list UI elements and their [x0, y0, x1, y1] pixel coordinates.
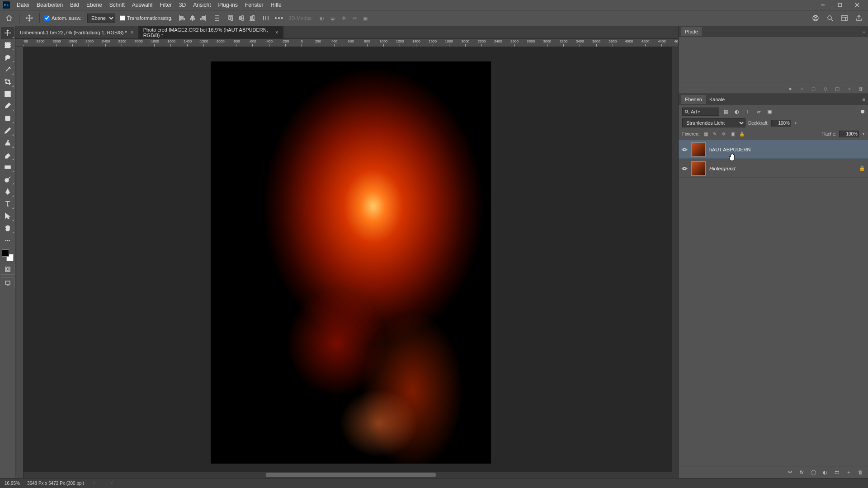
menu-window[interactable]: Fenster	[242, 1, 267, 9]
align-top-button[interactable]	[226, 14, 235, 23]
menu-layer[interactable]: Ebene	[83, 1, 105, 9]
menu-plugins[interactable]: Plug-ins	[215, 1, 241, 9]
tab-paths[interactable]: Pfade	[681, 27, 702, 36]
pen-tool[interactable]	[1, 186, 14, 197]
document-tab-1[interactable]: Unbenannt-1 bei 22,7% (Farbfüllung 1, RG…	[15, 26, 139, 38]
scrollbar-vertical[interactable]	[672, 47, 678, 472]
filter-type-icon[interactable]: T	[744, 108, 752, 116]
menu-file[interactable]: Datei	[14, 1, 33, 9]
link-layers-icon[interactable]: ⚯	[786, 468, 794, 476]
menu-image[interactable]: Bild	[67, 1, 82, 9]
close-icon[interactable]: ×	[275, 29, 278, 36]
layer-filter-kind[interactable]: Art ▾	[682, 108, 719, 116]
close-button[interactable]	[849, 0, 865, 10]
eraser-tool[interactable]	[1, 149, 14, 161]
opacity-input[interactable]	[771, 120, 791, 127]
new-path-icon[interactable]: ＋	[845, 85, 853, 92]
quick-mask-button[interactable]	[1, 264, 14, 275]
share-icon[interactable]	[854, 13, 864, 23]
lock-position-icon[interactable]: ✥	[720, 130, 727, 137]
distribute-h-button[interactable]	[212, 14, 222, 23]
hand-tool[interactable]	[1, 222, 14, 234]
search-icon[interactable]	[825, 13, 835, 23]
menu-view[interactable]: Ansicht	[190, 1, 214, 9]
layer-item-haut-abpudern[interactable]: hAUT ABPUDERN	[679, 140, 868, 159]
transform-controls-input[interactable]	[120, 15, 125, 21]
align-center-v-button[interactable]	[237, 14, 246, 23]
distribute-v-button[interactable]	[261, 14, 270, 23]
add-mask-icon[interactable]: ◯	[809, 468, 817, 476]
clone-stamp-tool[interactable]	[1, 137, 14, 149]
menu-help[interactable]: Hilfe	[268, 1, 285, 9]
layer-thumbnail[interactable]	[691, 142, 706, 157]
layer-name[interactable]: hAUT ABPUDERN	[709, 147, 751, 152]
tab-layers[interactable]: Ebenen	[681, 95, 706, 104]
edit-toolbar-button[interactable]: •••	[1, 235, 14, 246]
dodge-tool[interactable]	[1, 174, 14, 185]
filter-pixel-icon[interactable]: ▦	[722, 108, 730, 116]
cloud-docs-icon[interactable]	[810, 13, 821, 23]
panel-menu-icon[interactable]: ≡	[860, 97, 868, 102]
lock-transparency-icon[interactable]: ▦	[702, 130, 709, 137]
lock-pixels-icon[interactable]: ✎	[711, 130, 718, 137]
frame-tool[interactable]	[1, 88, 14, 100]
workspace-switcher-icon[interactable]	[839, 13, 850, 23]
menu-filter[interactable]: Filter	[156, 1, 175, 9]
ruler-vertical[interactable]	[15, 47, 24, 478]
align-center-h-button[interactable]	[188, 14, 197, 23]
menu-select[interactable]: Auswahl	[129, 1, 156, 9]
zoom-level[interactable]: 16,95%	[5, 481, 20, 486]
magic-wand-tool[interactable]	[1, 64, 14, 75]
auto-select-checkbox[interactable]: Autom. ausw.:	[44, 15, 83, 21]
fill-path-icon[interactable]: ●	[787, 85, 794, 92]
color-swatches[interactable]	[2, 249, 14, 261]
menu-edit[interactable]: Bearbeiten	[33, 1, 66, 9]
menu-type[interactable]: Schrift	[106, 1, 128, 9]
filter-smart-icon[interactable]: ▣	[765, 108, 774, 116]
healing-brush-tool[interactable]	[1, 113, 14, 124]
fill-input[interactable]	[839, 131, 859, 137]
auto-select-target[interactable]: Ebene	[87, 14, 115, 23]
layer-thumbnail[interactable]	[691, 161, 706, 176]
menu-3d[interactable]: 3D	[176, 1, 189, 9]
foreground-color-swatch[interactable]	[2, 249, 9, 257]
layer-name[interactable]: Hintergrund	[709, 166, 735, 171]
home-button[interactable]	[4, 13, 14, 23]
crop-tool[interactable]	[1, 76, 14, 88]
align-left-button[interactable]	[177, 14, 186, 23]
make-workpath-icon[interactable]: ◇	[822, 85, 829, 92]
panel-menu-icon[interactable]: ≡	[860, 29, 868, 34]
add-mask-icon[interactable]: ▢	[834, 85, 841, 92]
filter-adjustment-icon[interactable]: ◐	[733, 108, 741, 116]
load-selection-icon[interactable]: ◌	[810, 85, 817, 92]
align-bottom-button[interactable]	[248, 14, 257, 23]
adjustment-layer-icon[interactable]: ◐	[821, 468, 829, 476]
marquee-tool[interactable]	[1, 39, 14, 51]
chevron-down-icon[interactable]: ▾	[795, 121, 797, 125]
delete-layer-icon[interactable]: 🗑	[856, 468, 864, 476]
brush-tool[interactable]	[1, 125, 14, 136]
align-right-button[interactable]	[199, 14, 208, 23]
transform-controls-checkbox[interactable]: Transformationsstrg.	[120, 15, 172, 21]
statusbar-prev-icon[interactable]: 〈	[107, 480, 115, 487]
gradient-tool[interactable]	[1, 161, 14, 173]
maximize-button[interactable]	[832, 0, 848, 10]
close-icon[interactable]: ×	[131, 29, 134, 36]
filter-shape-icon[interactable]: ▱	[755, 108, 763, 116]
document-tab-2[interactable]: Photo cred IMAGE2.CR2 bei 16,9% (hAUT AB…	[139, 26, 283, 38]
stroke-path-icon[interactable]: ○	[798, 85, 806, 92]
canvas-viewport[interactable]	[24, 47, 678, 478]
statusbar-chevron-icon[interactable]: 〉	[91, 480, 99, 487]
layer-style-icon[interactable]: fx	[797, 468, 806, 476]
scrollbar-horizontal[interactable]	[24, 472, 678, 478]
new-group-icon[interactable]: 🗀	[833, 468, 841, 476]
blend-mode-select[interactable]: Strahlendes Licht	[682, 118, 745, 127]
visibility-icon[interactable]	[681, 165, 688, 172]
lock-all-icon[interactable]: 🔒	[738, 130, 745, 137]
delete-path-icon[interactable]: 🗑	[857, 85, 864, 92]
tab-channels[interactable]: Kanäle	[706, 95, 728, 104]
doc-dimensions[interactable]: 3648 Px x 5472 Px (300 ppi)	[27, 481, 84, 486]
minimize-button[interactable]	[815, 0, 831, 10]
path-selection-tool[interactable]	[1, 210, 14, 222]
screen-mode-button[interactable]	[1, 277, 14, 288]
